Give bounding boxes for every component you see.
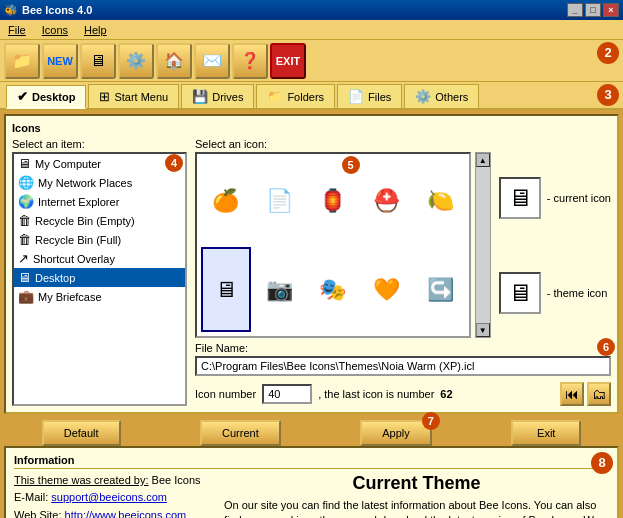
files-tab-icon: 📄 [348, 89, 364, 104]
icons-section-title: Icons [12, 122, 611, 134]
info-right: Current Theme On our site you can find t… [224, 473, 609, 518]
list-item-shortcut[interactable]: ↗ Shortcut Overlay [14, 249, 185, 268]
app-icon: 🐝 [4, 4, 18, 17]
list-item-my-computer[interactable]: 🖥 My Computer [14, 154, 185, 173]
toolbar-exit-button[interactable]: EXIT [270, 43, 306, 79]
title-bar-left: 🐝 Bee Icons 4.0 [4, 4, 92, 17]
next-icon-button[interactable]: 🗂 [587, 382, 611, 406]
desktop-tab-icon: ✔ [17, 89, 28, 104]
toolbar-new-button[interactable]: NEW [42, 43, 78, 79]
toolbar-computer-button[interactable]: 🖥 [80, 43, 116, 79]
list-item-label: My Briefcase [38, 291, 102, 303]
website-line: Web Site: http://www.beeicons.com [14, 508, 214, 518]
icons-panel: Select an item: 🖥 My Computer 🌐 My Netwo… [12, 138, 611, 406]
file-name-label: File Name: [195, 342, 611, 354]
icon-grid-row: 🍊 📄 🏮 5 ⛑️ 🍋 🖥 📷 🎭 🧡 ↪️ [195, 152, 611, 338]
icon-number-row: Icon number , the last icon is number 62… [195, 382, 611, 406]
email-link[interactable]: support@beeicons.com [51, 491, 167, 503]
tab-start-menu[interactable]: ⊞ Start Menu [88, 84, 179, 108]
app-title: Bee Icons 4.0 [22, 4, 92, 16]
last-icon-label: , the last icon is number [318, 388, 434, 400]
current-icon-preview: 🖥 [499, 177, 541, 219]
icon-cell-0[interactable]: 🍊 [201, 158, 251, 243]
list-item-label: Recycle Bin (Full) [35, 234, 121, 246]
briefcase-icon: 💼 [18, 289, 34, 304]
scroll-down-button[interactable]: ▼ [476, 323, 490, 337]
tab-files[interactable]: 📄 Files [337, 84, 402, 108]
website-link[interactable]: http://www.beeicons.com [65, 509, 187, 518]
icon-cell-2[interactable]: 🏮 5 [308, 158, 358, 243]
icon-grid-badge: 5 [342, 156, 360, 174]
icon-number-input[interactable] [262, 384, 312, 404]
recycle-full-icon: 🗑 [18, 232, 31, 247]
tabs-row: ✔ Desktop ⊞ Start Menu 💾 Drives 📁 Folder… [0, 82, 623, 110]
title-bar-controls[interactable]: _ □ × [567, 3, 619, 17]
item-list-label: Select an item: [12, 138, 187, 150]
list-item-network-places[interactable]: 🌐 My Network Places [14, 173, 185, 192]
list-item-label: My Computer [35, 158, 101, 170]
exit-button[interactable]: Exit [511, 420, 581, 446]
email-line: E-Mail: support@beeicons.com [14, 490, 214, 505]
tab-others[interactable]: ⚙️ Others [404, 84, 479, 108]
icon-number-label: Icon number [195, 388, 256, 400]
minimize-button[interactable]: _ [567, 3, 583, 17]
item-badge: 4 [165, 154, 183, 172]
info-description: On our site you can find the latest info… [224, 498, 609, 518]
main-content: Icons Select an item: 🖥 My Computer 🌐 My… [4, 114, 619, 414]
menu-icons[interactable]: Icons [38, 22, 72, 38]
info-body: This theme was created by: Bee Icons E-M… [14, 473, 609, 518]
menu-file[interactable]: File [4, 22, 30, 38]
list-item-recycle-full[interactable]: 🗑 Recycle Bin (Full) [14, 230, 185, 249]
icon-cell-9[interactable]: ↪️ [415, 247, 465, 332]
prev-icon-button[interactable]: ⏮ [560, 382, 584, 406]
current-button[interactable]: Current [200, 420, 281, 446]
scroll-up-button[interactable]: ▲ [476, 153, 490, 167]
icon-cell-7[interactable]: 🎭 [308, 247, 358, 332]
icon-cell-3[interactable]: ⛑️ [362, 158, 412, 243]
close-button[interactable]: × [603, 3, 619, 17]
apply-button[interactable]: Apply [360, 420, 432, 446]
toolbar-open-button[interactable]: 📁 [4, 43, 40, 79]
tabs-badge: 3 [597, 84, 619, 106]
list-item-label: My Network Places [38, 177, 132, 189]
icon-cell-6[interactable]: 📷 [255, 247, 305, 332]
default-button[interactable]: Default [42, 420, 121, 446]
title-bar: 🐝 Bee Icons 4.0 _ □ × [0, 0, 623, 20]
theme-icon-label: - theme icon [547, 287, 608, 299]
last-icon-number: 62 [440, 388, 452, 400]
folders-tab-icon: 📁 [267, 89, 283, 104]
icon-cell-1[interactable]: 📄 [255, 158, 305, 243]
list-item-recycle-empty[interactable]: 🗑 Recycle Bin (Empty) [14, 211, 185, 230]
tab-folders[interactable]: 📁 Folders [256, 84, 335, 108]
shortcut-icon: ↗ [18, 251, 29, 266]
info-left: This theme was created by: Bee Icons E-M… [14, 473, 214, 518]
list-item-desktop[interactable]: 🖥 Desktop 4 [14, 268, 185, 287]
website-label: Web Site: [14, 509, 62, 518]
list-item-ie[interactable]: 🌍 Internet Explorer [14, 192, 185, 211]
toolbar-settings-button[interactable]: ⚙️ [118, 43, 154, 79]
toolbar-help-button[interactable]: ❓ [232, 43, 268, 79]
icon-cell-5[interactable]: 🖥 [201, 247, 251, 332]
icon-scrollbar[interactable]: ▲ ▼ [475, 152, 491, 338]
list-item-label: Desktop [35, 272, 75, 284]
maximize-button[interactable]: □ [585, 3, 601, 17]
icon-cell-4[interactable]: 🍋 [415, 158, 465, 243]
list-item-label: Recycle Bin (Empty) [35, 215, 135, 227]
current-icon-label: - current icon [547, 192, 611, 204]
toolbar-home-button[interactable]: 🏠 [156, 43, 192, 79]
file-name-input[interactable] [195, 356, 611, 376]
filename-badge: 6 [597, 338, 615, 356]
recycle-empty-icon: 🗑 [18, 213, 31, 228]
icon-cell-8[interactable]: 🧡 [362, 247, 412, 332]
start-menu-tab-icon: ⊞ [99, 89, 110, 104]
list-item-label: Internet Explorer [38, 196, 119, 208]
toolbar-badge: 2 [597, 42, 619, 64]
list-item-briefcase[interactable]: 💼 My Briefcase [14, 287, 185, 306]
toolbar-email-button[interactable]: ✉️ [194, 43, 230, 79]
apply-badge: 7 [422, 412, 440, 430]
tab-desktop[interactable]: ✔ Desktop [6, 85, 86, 109]
theme-created-label: This theme was created by: [14, 474, 149, 486]
my-computer-icon: 🖥 [18, 156, 31, 171]
tab-drives[interactable]: 💾 Drives [181, 84, 254, 108]
menu-help[interactable]: Help [80, 22, 111, 38]
